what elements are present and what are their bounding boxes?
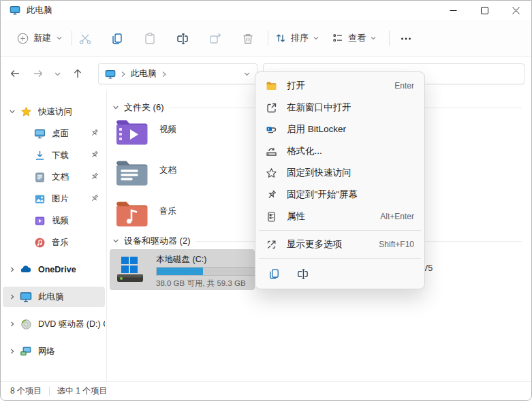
sidebar-item-dvd-drive[interactable]: DVD 驱动器 (D:) CC xyxy=(3,314,105,334)
rename-button[interactable] xyxy=(172,29,193,48)
menu-item-pin-to-start[interactable]: 固定到"开始"屏幕 xyxy=(258,184,422,206)
rename-button[interactable] xyxy=(292,264,313,283)
sidebar-item-network[interactable]: 网络 xyxy=(3,341,105,362)
chevron-down-icon xyxy=(370,35,377,42)
chevron-right-icon[interactable] xyxy=(5,293,20,300)
sidebar-item-music[interactable]: 音乐 xyxy=(3,232,105,253)
chevron-right-icon[interactable] xyxy=(5,348,20,355)
plus-circle-icon xyxy=(17,33,29,44)
menu-item-open-in-new-window[interactable]: 在新窗口中打开 xyxy=(258,97,422,118)
window-title: 此电脑 xyxy=(27,5,52,16)
more-options-button[interactable] xyxy=(396,29,416,48)
this-pc-icon xyxy=(10,5,20,16)
cut-icon xyxy=(78,32,92,46)
menu-item-show-more-options[interactable]: 显示更多选项 Shift+F10 xyxy=(258,234,422,255)
properties-icon xyxy=(266,211,277,223)
menu-item-label: 显示更多选项 xyxy=(287,238,342,251)
star-outline-icon xyxy=(266,167,277,179)
sidebar-item-label: 视频 xyxy=(52,215,69,227)
forward-button[interactable] xyxy=(28,63,48,84)
sidebar-item-documents[interactable]: 文档 xyxy=(3,167,105,187)
sidebar-item-desktop[interactable]: 桌面 xyxy=(3,123,105,144)
open-new-window-icon xyxy=(266,102,277,114)
rename-icon xyxy=(296,268,309,280)
local-disk-c-tile[interactable]: 本地磁盘 (C:) 38.0 GB 可用, 共 59.3 GB xyxy=(110,249,255,290)
sidebar-item-this-pc[interactable]: 此电脑 xyxy=(3,287,105,307)
pin-icon xyxy=(89,193,100,204)
copy-button[interactable] xyxy=(263,264,285,283)
maximize-button[interactable] xyxy=(469,1,500,20)
copy-icon xyxy=(110,32,124,46)
chevron-down-icon[interactable] xyxy=(112,238,119,244)
paste-button[interactable] xyxy=(140,29,160,48)
format-drive-icon xyxy=(266,146,277,157)
view-button[interactable]: 查看 xyxy=(332,29,377,48)
local-disk-icon xyxy=(116,255,144,284)
sidebar-item-label: 桌面 xyxy=(52,128,69,140)
group-header-label: 文件夹 (6) xyxy=(124,101,164,114)
drive-name: 本地磁盘 (C:) xyxy=(156,254,206,266)
bitlocker-lock-icon xyxy=(266,124,277,135)
menu-item-label: 在新窗口中打开 xyxy=(287,101,351,114)
chevron-right-icon[interactable] xyxy=(5,321,20,327)
this-pc-icon xyxy=(20,291,32,303)
context-menu: 打开 Enter 在新窗口中打开 启用 BitLocker 格式化... xyxy=(255,71,425,289)
sidebar-item-label: 下载 xyxy=(52,150,69,161)
folder-open-icon xyxy=(266,80,277,92)
folder-tile-documents[interactable]: 文档 xyxy=(115,159,258,197)
chevron-down-icon xyxy=(313,35,319,42)
sidebar-item-label: 文档 xyxy=(52,172,69,183)
sidebar-item-label: 音乐 xyxy=(52,237,69,248)
menu-item-open[interactable]: 打开 Enter xyxy=(258,75,422,97)
sidebar-item-label: 网络 xyxy=(38,346,55,357)
cut-button[interactable] xyxy=(75,29,95,48)
minimize-button[interactable] xyxy=(437,1,469,20)
new-button-label: 新建 xyxy=(33,32,51,44)
share-button[interactable] xyxy=(205,29,225,48)
delete-button[interactable] xyxy=(238,29,258,48)
folder-tile-videos[interactable]: 视频 xyxy=(115,118,258,156)
toolbar-separator xyxy=(72,31,72,46)
chevron-right-icon[interactable] xyxy=(5,266,20,273)
file-explorer-window: 此电脑 新建 xyxy=(0,0,532,401)
address-bar[interactable]: 此电脑 xyxy=(98,63,257,84)
sidebar-item-downloads[interactable]: 下载 xyxy=(3,145,105,165)
menu-item-pin-to-quick-access[interactable]: 固定到快速访问 xyxy=(258,162,422,184)
menu-item-enable-bitlocker[interactable]: 启用 BitLocker xyxy=(258,118,422,140)
copy-button[interactable] xyxy=(107,29,127,48)
status-divider xyxy=(49,387,50,396)
sidebar-item-label: 图片 xyxy=(52,193,69,205)
menu-item-shortcut: Alt+Enter xyxy=(380,212,414,221)
folder-tile-music[interactable]: 音乐 xyxy=(115,199,258,238)
chevron-right-icon xyxy=(121,71,126,78)
sort-button-label: 排序 xyxy=(291,32,309,44)
toolbar-separator xyxy=(389,31,390,46)
breadcrumb-this-pc[interactable]: 此电脑 xyxy=(131,68,157,80)
sidebar-item-quick-access[interactable]: 快速访问 xyxy=(3,101,105,122)
this-pc-icon xyxy=(105,69,116,80)
pin-outline-icon xyxy=(266,189,277,201)
drive-usage-bar-fill xyxy=(157,268,203,275)
address-dropdown-chevron-icon[interactable] xyxy=(243,70,251,78)
selection-count-label: 选中 1 个项目 xyxy=(57,385,107,397)
desktop-icon xyxy=(33,127,46,140)
new-button[interactable]: 新建 xyxy=(13,29,67,48)
sidebar-item-label: DVD 驱动器 (D:) CC xyxy=(38,319,105,330)
sort-button[interactable]: 排序 xyxy=(275,29,319,48)
copy-icon xyxy=(268,268,281,280)
sidebar-item-videos[interactable]: 视频 xyxy=(3,210,105,231)
recent-locations-button[interactable] xyxy=(50,63,65,84)
menu-item-properties[interactable]: 属性 Alt+Enter xyxy=(258,206,422,227)
sidebar-item-label: 快速访问 xyxy=(38,106,72,118)
dvd-disc-icon xyxy=(20,318,32,330)
chevron-down-icon[interactable] xyxy=(112,104,119,111)
back-button[interactable] xyxy=(5,63,25,84)
chevron-down-icon[interactable] xyxy=(5,108,20,115)
sidebar-item-pictures[interactable]: 图片 xyxy=(3,189,105,209)
folder-tile-label: 音乐 xyxy=(159,199,176,217)
sort-icon xyxy=(275,32,287,44)
sidebar-item-onedrive[interactable]: OneDrive xyxy=(3,259,105,280)
menu-item-format[interactable]: 格式化... xyxy=(258,140,422,162)
up-button[interactable] xyxy=(67,63,88,84)
close-button[interactable] xyxy=(500,1,531,20)
